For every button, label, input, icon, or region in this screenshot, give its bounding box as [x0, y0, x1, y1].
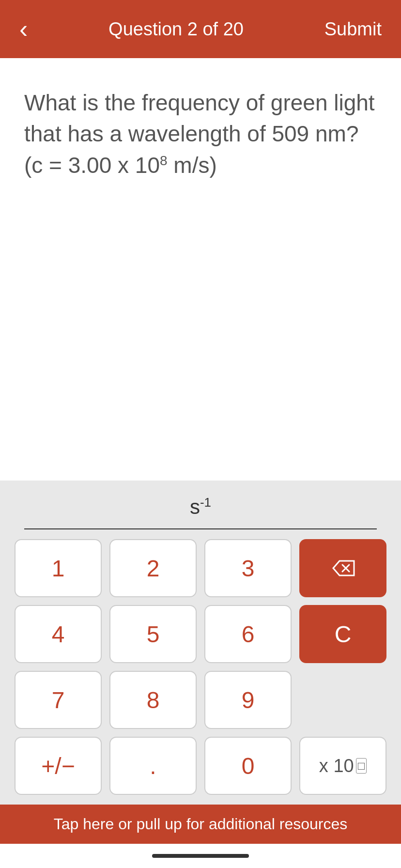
question-line3: (c = 3.00 x 108 m/s) — [24, 153, 217, 178]
keyboard-section: s-1 1 2 3 4 5 6 C 7 8 9 +/− . 0 x 10 □ — [0, 480, 401, 805]
key-7[interactable]: 7 — [15, 671, 102, 729]
key-0[interactable]: 0 — [204, 737, 292, 795]
key-9[interactable]: 9 — [204, 671, 292, 729]
resources-banner[interactable]: Tap here or pull up for additional resou… — [0, 805, 401, 844]
key-6[interactable]: 6 — [204, 605, 292, 663]
home-bar — [152, 854, 249, 858]
key-3[interactable]: 3 — [204, 539, 292, 597]
answer-display: s-1 — [24, 480, 377, 529]
answer-value: s — [190, 496, 200, 518]
delete-button[interactable] — [299, 539, 386, 597]
keypad: 1 2 3 4 5 6 C 7 8 9 +/− . 0 x 10 □ — [0, 529, 401, 805]
back-button[interactable]: ‹ — [19, 16, 28, 42]
key-8[interactable]: 8 — [109, 671, 197, 729]
home-indicator — [0, 844, 401, 868]
question-text: What is the frequency of green light tha… — [24, 87, 377, 181]
submit-button[interactable]: Submit — [324, 19, 382, 40]
key-x10[interactable]: x 10 □ — [299, 737, 386, 795]
key-decimal[interactable]: . — [109, 737, 197, 795]
key-4[interactable]: 4 — [15, 605, 102, 663]
clear-button[interactable]: C — [299, 605, 386, 663]
header: ‹ Question 2 of 20 Submit — [0, 0, 401, 58]
question-area: What is the frequency of green light tha… — [0, 58, 401, 480]
key-1[interactable]: 1 — [15, 539, 102, 597]
question-line1: What is the frequency of green light — [24, 90, 375, 115]
key-plusminus[interactable]: +/− — [15, 737, 102, 795]
key-5[interactable]: 5 — [109, 605, 197, 663]
question-progress: Question 2 of 20 — [108, 19, 244, 40]
answer-exponent: -1 — [200, 495, 211, 510]
key-2[interactable]: 2 — [109, 539, 197, 597]
question-line2: that has a wavelength of 509 nm? — [24, 121, 358, 146]
